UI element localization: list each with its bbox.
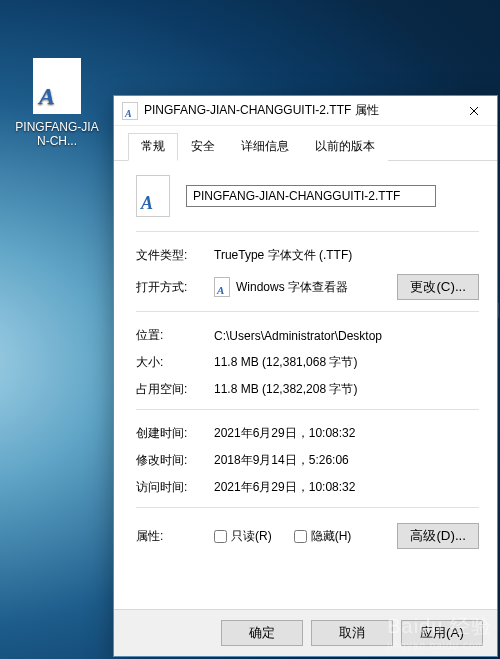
checkbox-hidden-label: 隐藏(H) — [311, 528, 352, 545]
openwith-app-icon — [214, 277, 230, 297]
change-button[interactable]: 更改(C)... — [397, 274, 479, 300]
cancel-button[interactable]: 取消 — [311, 620, 393, 646]
value-modified: 2018年9月14日，5:26:06 — [214, 452, 479, 469]
label-location: 位置: — [136, 327, 214, 344]
tab-content: PINGFANG-JIAN-CHANGGUITI-2.TTF 文件类型: Tru… — [114, 161, 497, 609]
properties-dialog: PINGFANG-JIAN-CHANGGUITI-2.TTF 属性 常规 安全 … — [113, 95, 498, 657]
value-filetype: TrueType 字体文件 (.TTF) — [214, 247, 479, 264]
label-modified: 修改时间: — [136, 452, 214, 469]
apply-button[interactable]: 应用(A) — [401, 620, 483, 646]
label-filetype: 文件类型: — [136, 247, 214, 264]
tab-security[interactable]: 安全 — [178, 133, 228, 161]
divider — [136, 231, 479, 232]
value-accessed: 2021年6月29日，10:08:32 — [214, 479, 479, 496]
divider — [136, 409, 479, 410]
label-accessed: 访问时间: — [136, 479, 214, 496]
value-sizeondisk: 11.8 MB (12,382,208 字节) — [214, 381, 479, 398]
advanced-button[interactable]: 高级(D)... — [397, 523, 479, 549]
label-created: 创建时间: — [136, 425, 214, 442]
ok-button[interactable]: 确定 — [221, 620, 303, 646]
label-size: 大小: — [136, 354, 214, 371]
value-created: 2021年6月29日，10:08:32 — [214, 425, 479, 442]
value-location: C:\Users\Administrator\Desktop — [214, 329, 479, 343]
label-openwith: 打开方式: — [136, 279, 214, 296]
dialog-footer: 确定 取消 应用(A) — [114, 609, 497, 656]
checkbox-readonly-label: 只读(R) — [231, 528, 272, 545]
titlebar-file-icon — [122, 102, 138, 120]
checkbox-hidden-input[interactable] — [294, 530, 307, 543]
titlebar-title: PINGFANG-JIAN-CHANGGUITI-2.TTF 属性 — [144, 102, 379, 119]
tab-general[interactable]: 常规 — [128, 133, 178, 161]
tab-row: 常规 安全 详细信息 以前的版本 — [114, 126, 497, 161]
tab-details[interactable]: 详细信息 — [228, 133, 302, 161]
close-button[interactable] — [451, 96, 497, 126]
close-icon — [469, 106, 479, 116]
checkbox-readonly-input[interactable] — [214, 530, 227, 543]
checkbox-readonly[interactable]: 只读(R) — [214, 528, 272, 545]
tab-previous[interactable]: 以前的版本 — [302, 133, 388, 161]
file-type-icon — [136, 175, 170, 217]
titlebar[interactable]: PINGFANG-JIAN-CHANGGUITI-2.TTF 属性 — [114, 96, 497, 126]
desktop-file-icon[interactable]: PINGFANG-JIAN-CH... — [12, 58, 102, 148]
value-openwith: Windows 字体查看器 — [236, 279, 348, 296]
label-sizeondisk: 占用空间: — [136, 381, 214, 398]
label-attributes: 属性: — [136, 528, 214, 545]
checkbox-hidden[interactable]: 隐藏(H) — [294, 528, 352, 545]
desktop-file-label: PINGFANG-JIAN-CH... — [12, 120, 102, 148]
divider — [136, 507, 479, 508]
font-file-icon — [33, 58, 81, 114]
value-size: 11.8 MB (12,381,068 字节) — [214, 354, 479, 371]
filename-field[interactable]: PINGFANG-JIAN-CHANGGUITI-2.TTF — [186, 185, 436, 207]
divider — [136, 311, 479, 312]
